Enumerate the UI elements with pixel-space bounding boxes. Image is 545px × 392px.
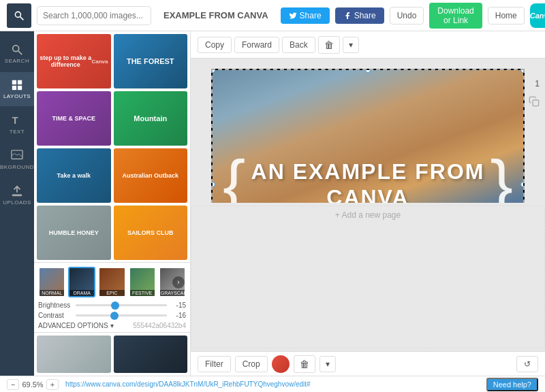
- canvas-text-line1: AN EXAMPLE FROM: [228, 159, 508, 184]
- filter-festive-label: FESTIVE: [130, 290, 155, 296]
- filter-hash-value: 555442a06432b4: [133, 322, 186, 329]
- filter-festive[interactable]: FESTIVE: [129, 267, 156, 297]
- zoom-level: 69.5%: [22, 380, 43, 389]
- filter-drama[interactable]: DRAMA: [68, 267, 95, 297]
- canvas-area: Copy Forward Back 🗑 ▾ { } AN EXAMPLE FRO…: [191, 31, 545, 376]
- sidebar-item-background[interactable]: BKGROUND: [0, 143, 34, 177]
- sidebar: SEARCH LAYOUTS T TEXT BKGROUND UPLOADS: [0, 31, 34, 376]
- add-page-button[interactable]: + Add a new page: [191, 206, 545, 349]
- svg-text:T: T: [12, 115, 18, 126]
- filter-thumbs-row: NORMAL DRAMA EPIC FESTIVE: [38, 267, 186, 297]
- svg-rect-4: [12, 80, 16, 84]
- home-button[interactable]: Home: [488, 7, 525, 24]
- filter-strip: NORMAL DRAMA EPIC FESTIVE: [34, 262, 190, 332]
- canvas-workspace[interactable]: { } AN EXAMPLE FROM CANVA 1: [191, 59, 545, 203]
- delete-button[interactable]: 🗑: [318, 36, 340, 54]
- svg-point-0: [15, 12, 20, 17]
- bottom-more-button[interactable]: ▾: [320, 356, 336, 372]
- filter-epic-label: EPIC: [99, 290, 124, 296]
- zoom-plus-button[interactable]: +: [46, 379, 59, 390]
- sidebar-item-layouts[interactable]: LAYOUTS: [0, 72, 34, 106]
- page-indicator: 1: [535, 79, 540, 88]
- topbar: SEARCH EXAMPLE FROM CANVA Share Share Un…: [0, 0, 545, 31]
- sidebar-item-search[interactable]: SEARCH: [0, 37, 34, 71]
- upload-thumb-2[interactable]: [114, 336, 188, 373]
- forward-button[interactable]: Forward: [234, 37, 279, 53]
- canvas-main-text: AN EXAMPLE FROM CANVA: [228, 159, 508, 203]
- footer: − 69.5% + https://www.canva.com/design/D…: [0, 376, 545, 392]
- copy-button[interactable]: Copy: [198, 37, 232, 53]
- share-facebook-button[interactable]: Share: [335, 7, 384, 24]
- filter-thumbs-container: NORMAL DRAMA EPIC FESTIVE: [38, 267, 186, 297]
- contrast-value: -16: [167, 312, 186, 319]
- uploads-section: [34, 332, 190, 376]
- search-icon: [7, 3, 31, 28]
- crop-button[interactable]: Crop: [235, 356, 268, 372]
- bottom-avatar: [272, 355, 290, 373]
- layout-thumb-5[interactable]: Take a walk: [37, 148, 111, 203]
- sidebar-item-text[interactable]: T TEXT: [0, 108, 34, 142]
- undo-button[interactable]: Undo: [390, 7, 424, 24]
- layout-thumb-4[interactable]: Mountain: [114, 91, 188, 146]
- search-input[interactable]: [37, 6, 151, 25]
- layouts-grid: step up to make a differenceCanva THE FO…: [34, 31, 190, 262]
- filter-normal[interactable]: NORMAL: [38, 267, 65, 297]
- bottom-delete-button[interactable]: 🗑: [294, 355, 315, 373]
- brightness-value: -15: [167, 301, 186, 309]
- svg-point-2: [13, 46, 19, 52]
- filter-button[interactable]: Filter: [198, 356, 231, 372]
- filter-grayscale-label: GRAYSCALE: [160, 290, 185, 296]
- back-button[interactable]: Back: [282, 37, 315, 53]
- sidebar-item-uploads[interactable]: UPLOADS: [0, 178, 34, 212]
- filter-next-button[interactable]: ›: [172, 276, 185, 289]
- canva-logo: Canva B: [530, 3, 545, 28]
- upload-thumb-1[interactable]: [37, 336, 111, 373]
- advanced-options-link[interactable]: ADVANCED OPTIONS ▾: [38, 322, 114, 329]
- contrast-slider[interactable]: [76, 314, 167, 316]
- layouts-panel: step up to make a differenceCanva THE FO…: [34, 31, 191, 376]
- zoom-minus-button[interactable]: −: [7, 379, 19, 390]
- zoom-control[interactable]: − 69.5% +: [7, 379, 59, 390]
- canvas-frame[interactable]: { } AN EXAMPLE FROM CANVA: [211, 69, 525, 203]
- handle-middle-right[interactable]: [520, 182, 525, 187]
- filter-epic[interactable]: EPIC: [98, 267, 125, 297]
- brightness-slider[interactable]: [76, 304, 167, 306]
- svg-rect-6: [12, 86, 16, 90]
- layout-thumb-7[interactable]: HUMBLE HONEY: [37, 206, 111, 260]
- svg-rect-5: [18, 80, 22, 84]
- main-area: SEARCH LAYOUTS T TEXT BKGROUND UPLOADS s…: [0, 31, 545, 376]
- filter-advanced-row: ADVANCED OPTIONS ▾ 555442a06432b4: [38, 322, 186, 329]
- page-copy-icon[interactable]: [529, 96, 540, 109]
- share-twitter-button[interactable]: Share: [281, 7, 330, 24]
- page-url: https://www.canva.com/design/DAA8lkJKTnM…: [65, 380, 480, 388]
- contrast-row: Contrast -16: [38, 312, 186, 319]
- download-button[interactable]: Download or Link: [429, 3, 482, 29]
- help-button[interactable]: Need help?: [486, 378, 538, 391]
- layout-thumb-3[interactable]: TIME & SPACE: [37, 91, 111, 146]
- rotate-button[interactable]: ↺: [516, 356, 538, 372]
- contrast-label: Contrast: [38, 312, 76, 319]
- filter-drama-label: DRAMA: [69, 290, 94, 296]
- page-title: EXAMPLE FROM CANVA: [164, 10, 268, 20]
- handle-top-right[interactable]: [520, 69, 525, 73]
- svg-rect-11: [533, 100, 539, 106]
- brightness-row: Brightness -15: [38, 301, 186, 309]
- layout-thumb-1[interactable]: step up to make a differenceCanva: [37, 34, 111, 88]
- layout-thumb-6[interactable]: Australian Outback: [114, 148, 188, 203]
- svg-line-1: [20, 16, 24, 20]
- layout-thumb-2[interactable]: THE FOREST: [114, 34, 188, 88]
- chevron-down-icon: ▾: [110, 322, 114, 329]
- canvas-text-line2: CANVA: [228, 184, 508, 203]
- more-options-button[interactable]: ▾: [343, 37, 359, 53]
- svg-rect-7: [18, 86, 22, 90]
- filter-normal-label: NORMAL: [40, 290, 64, 296]
- svg-line-3: [18, 51, 22, 54]
- canvas-toolbar: Copy Forward Back 🗑 ▾: [191, 31, 545, 59]
- svg-rect-10: [12, 195, 22, 197]
- layout-thumb-8[interactable]: SAILORS CLUB: [114, 206, 188, 260]
- canvas-bottom-toolbar: Filter Crop 🗑 ▾ ↺: [191, 351, 545, 376]
- brightness-label: Brightness: [38, 301, 76, 309]
